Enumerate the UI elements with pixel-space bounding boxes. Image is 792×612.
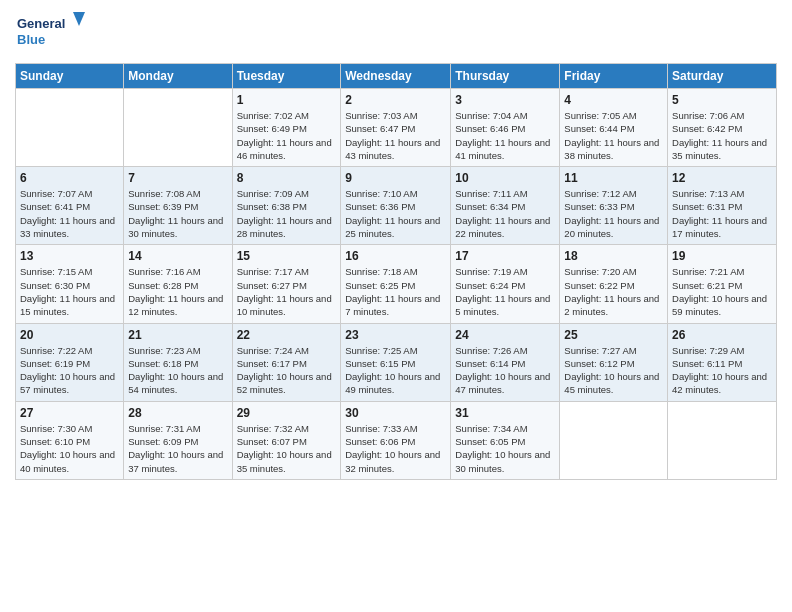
calendar-cell: 18Sunrise: 7:20 AM Sunset: 6:22 PM Dayli… xyxy=(560,245,668,323)
day-number: 27 xyxy=(20,406,119,420)
calendar-cell: 29Sunrise: 7:32 AM Sunset: 6:07 PM Dayli… xyxy=(232,401,341,479)
calendar-cell: 22Sunrise: 7:24 AM Sunset: 6:17 PM Dayli… xyxy=(232,323,341,401)
day-info: Sunrise: 7:33 AM Sunset: 6:06 PM Dayligh… xyxy=(345,422,446,475)
day-number: 4 xyxy=(564,93,663,107)
calendar-cell: 28Sunrise: 7:31 AM Sunset: 6:09 PM Dayli… xyxy=(124,401,232,479)
calendar-cell: 11Sunrise: 7:12 AM Sunset: 6:33 PM Dayli… xyxy=(560,167,668,245)
day-info: Sunrise: 7:07 AM Sunset: 6:41 PM Dayligh… xyxy=(20,187,119,240)
calendar-cell: 3Sunrise: 7:04 AM Sunset: 6:46 PM Daylig… xyxy=(451,89,560,167)
day-number: 12 xyxy=(672,171,772,185)
day-number: 13 xyxy=(20,249,119,263)
calendar-cell: 14Sunrise: 7:16 AM Sunset: 6:28 PM Dayli… xyxy=(124,245,232,323)
calendar-cell: 27Sunrise: 7:30 AM Sunset: 6:10 PM Dayli… xyxy=(16,401,124,479)
calendar-cell: 15Sunrise: 7:17 AM Sunset: 6:27 PM Dayli… xyxy=(232,245,341,323)
calendar-cell: 12Sunrise: 7:13 AM Sunset: 6:31 PM Dayli… xyxy=(668,167,777,245)
day-info: Sunrise: 7:09 AM Sunset: 6:38 PM Dayligh… xyxy=(237,187,337,240)
calendar-cell: 31Sunrise: 7:34 AM Sunset: 6:05 PM Dayli… xyxy=(451,401,560,479)
day-info: Sunrise: 7:25 AM Sunset: 6:15 PM Dayligh… xyxy=(345,344,446,397)
day-of-week-sunday: Sunday xyxy=(16,64,124,89)
calendar-week-row: 1Sunrise: 7:02 AM Sunset: 6:49 PM Daylig… xyxy=(16,89,777,167)
calendar-cell: 5Sunrise: 7:06 AM Sunset: 6:42 PM Daylig… xyxy=(668,89,777,167)
day-info: Sunrise: 7:24 AM Sunset: 6:17 PM Dayligh… xyxy=(237,344,337,397)
calendar-cell: 6Sunrise: 7:07 AM Sunset: 6:41 PM Daylig… xyxy=(16,167,124,245)
day-number: 31 xyxy=(455,406,555,420)
calendar-cell: 17Sunrise: 7:19 AM Sunset: 6:24 PM Dayli… xyxy=(451,245,560,323)
calendar-cell xyxy=(560,401,668,479)
svg-text:Blue: Blue xyxy=(17,32,45,47)
day-info: Sunrise: 7:12 AM Sunset: 6:33 PM Dayligh… xyxy=(564,187,663,240)
day-info: Sunrise: 7:22 AM Sunset: 6:19 PM Dayligh… xyxy=(20,344,119,397)
day-info: Sunrise: 7:02 AM Sunset: 6:49 PM Dayligh… xyxy=(237,109,337,162)
day-number: 23 xyxy=(345,328,446,342)
header: General Blue xyxy=(15,10,777,55)
day-info: Sunrise: 7:15 AM Sunset: 6:30 PM Dayligh… xyxy=(20,265,119,318)
day-of-week-friday: Friday xyxy=(560,64,668,89)
calendar-cell: 1Sunrise: 7:02 AM Sunset: 6:49 PM Daylig… xyxy=(232,89,341,167)
day-info: Sunrise: 7:13 AM Sunset: 6:31 PM Dayligh… xyxy=(672,187,772,240)
calendar-cell: 20Sunrise: 7:22 AM Sunset: 6:19 PM Dayli… xyxy=(16,323,124,401)
calendar-table: SundayMondayTuesdayWednesdayThursdayFrid… xyxy=(15,63,777,480)
day-info: Sunrise: 7:11 AM Sunset: 6:34 PM Dayligh… xyxy=(455,187,555,240)
page: General Blue SundayMondayTuesdayWednesda… xyxy=(0,0,792,490)
day-number: 30 xyxy=(345,406,446,420)
day-of-week-thursday: Thursday xyxy=(451,64,560,89)
day-info: Sunrise: 7:21 AM Sunset: 6:21 PM Dayligh… xyxy=(672,265,772,318)
day-number: 7 xyxy=(128,171,227,185)
day-number: 9 xyxy=(345,171,446,185)
day-number: 10 xyxy=(455,171,555,185)
day-info: Sunrise: 7:04 AM Sunset: 6:46 PM Dayligh… xyxy=(455,109,555,162)
day-info: Sunrise: 7:06 AM Sunset: 6:42 PM Dayligh… xyxy=(672,109,772,162)
day-number: 25 xyxy=(564,328,663,342)
calendar-cell: 8Sunrise: 7:09 AM Sunset: 6:38 PM Daylig… xyxy=(232,167,341,245)
day-info: Sunrise: 7:29 AM Sunset: 6:11 PM Dayligh… xyxy=(672,344,772,397)
day-info: Sunrise: 7:16 AM Sunset: 6:28 PM Dayligh… xyxy=(128,265,227,318)
calendar-cell: 23Sunrise: 7:25 AM Sunset: 6:15 PM Dayli… xyxy=(341,323,451,401)
calendar-cell: 26Sunrise: 7:29 AM Sunset: 6:11 PM Dayli… xyxy=(668,323,777,401)
calendar-cell: 21Sunrise: 7:23 AM Sunset: 6:18 PM Dayli… xyxy=(124,323,232,401)
day-info: Sunrise: 7:26 AM Sunset: 6:14 PM Dayligh… xyxy=(455,344,555,397)
calendar-cell: 24Sunrise: 7:26 AM Sunset: 6:14 PM Dayli… xyxy=(451,323,560,401)
day-number: 21 xyxy=(128,328,227,342)
calendar-cell: 4Sunrise: 7:05 AM Sunset: 6:44 PM Daylig… xyxy=(560,89,668,167)
day-info: Sunrise: 7:03 AM Sunset: 6:47 PM Dayligh… xyxy=(345,109,446,162)
day-number: 29 xyxy=(237,406,337,420)
calendar-cell: 30Sunrise: 7:33 AM Sunset: 6:06 PM Dayli… xyxy=(341,401,451,479)
day-info: Sunrise: 7:17 AM Sunset: 6:27 PM Dayligh… xyxy=(237,265,337,318)
day-info: Sunrise: 7:23 AM Sunset: 6:18 PM Dayligh… xyxy=(128,344,227,397)
calendar-cell: 16Sunrise: 7:18 AM Sunset: 6:25 PM Dayli… xyxy=(341,245,451,323)
calendar-cell xyxy=(16,89,124,167)
day-number: 28 xyxy=(128,406,227,420)
calendar-cell: 19Sunrise: 7:21 AM Sunset: 6:21 PM Dayli… xyxy=(668,245,777,323)
calendar-cell: 10Sunrise: 7:11 AM Sunset: 6:34 PM Dayli… xyxy=(451,167,560,245)
day-number: 22 xyxy=(237,328,337,342)
calendar-cell: 7Sunrise: 7:08 AM Sunset: 6:39 PM Daylig… xyxy=(124,167,232,245)
day-of-week-saturday: Saturday xyxy=(668,64,777,89)
calendar-week-row: 13Sunrise: 7:15 AM Sunset: 6:30 PM Dayli… xyxy=(16,245,777,323)
calendar-cell: 13Sunrise: 7:15 AM Sunset: 6:30 PM Dayli… xyxy=(16,245,124,323)
day-number: 14 xyxy=(128,249,227,263)
day-number: 18 xyxy=(564,249,663,263)
day-number: 26 xyxy=(672,328,772,342)
day-number: 17 xyxy=(455,249,555,263)
day-number: 11 xyxy=(564,171,663,185)
calendar-cell xyxy=(668,401,777,479)
day-info: Sunrise: 7:18 AM Sunset: 6:25 PM Dayligh… xyxy=(345,265,446,318)
day-number: 2 xyxy=(345,93,446,107)
day-number: 20 xyxy=(20,328,119,342)
svg-text:General: General xyxy=(17,16,65,31)
day-number: 5 xyxy=(672,93,772,107)
day-number: 24 xyxy=(455,328,555,342)
day-info: Sunrise: 7:20 AM Sunset: 6:22 PM Dayligh… xyxy=(564,265,663,318)
day-number: 8 xyxy=(237,171,337,185)
calendar-header-row: SundayMondayTuesdayWednesdayThursdayFrid… xyxy=(16,64,777,89)
calendar-cell: 9Sunrise: 7:10 AM Sunset: 6:36 PM Daylig… xyxy=(341,167,451,245)
calendar-cell xyxy=(124,89,232,167)
calendar-week-row: 6Sunrise: 7:07 AM Sunset: 6:41 PM Daylig… xyxy=(16,167,777,245)
calendar-cell: 2Sunrise: 7:03 AM Sunset: 6:47 PM Daylig… xyxy=(341,89,451,167)
day-info: Sunrise: 7:08 AM Sunset: 6:39 PM Dayligh… xyxy=(128,187,227,240)
day-info: Sunrise: 7:30 AM Sunset: 6:10 PM Dayligh… xyxy=(20,422,119,475)
calendar-week-row: 20Sunrise: 7:22 AM Sunset: 6:19 PM Dayli… xyxy=(16,323,777,401)
day-of-week-wednesday: Wednesday xyxy=(341,64,451,89)
calendar-week-row: 27Sunrise: 7:30 AM Sunset: 6:10 PM Dayli… xyxy=(16,401,777,479)
day-of-week-monday: Monday xyxy=(124,64,232,89)
